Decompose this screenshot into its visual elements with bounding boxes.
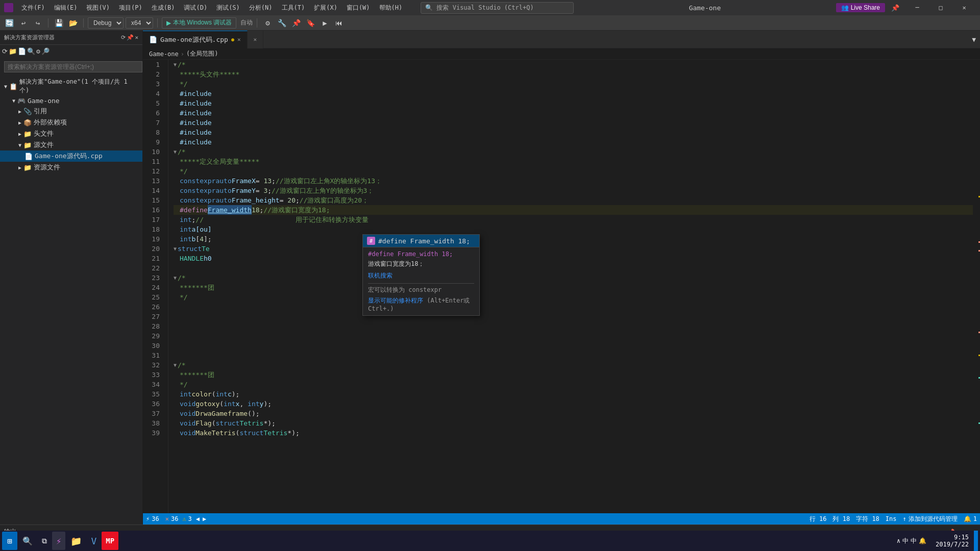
menu-build[interactable]: 生成(B) bbox=[148, 3, 179, 13]
fold-icon-1[interactable]: ▼ bbox=[174, 60, 177, 69]
new-project-btn[interactable]: 🔄 bbox=[3, 17, 15, 29]
tooltip-link[interactable]: 联机搜索 bbox=[368, 271, 474, 280]
tooltip-hint2[interactable]: 显示可能的修补程序 (Alt+Enter或Ctrl+.) bbox=[368, 296, 474, 312]
status-branch[interactable]: ⚡36 bbox=[143, 513, 162, 524]
autocomplete-item-0[interactable]: # #define Frame_width 18; bbox=[363, 235, 479, 247]
code-content[interactable]: ▼/******头文件******/#include#include#inclu… bbox=[168, 60, 973, 513]
title-search-box[interactable]: 🔍 搜索 Visual Studio (Ctrl+Q) bbox=[421, 2, 574, 14]
menu-view[interactable]: 视图(V) bbox=[82, 3, 114, 13]
sidebar-tool1[interactable]: ⟳ bbox=[2, 47, 8, 55]
taskbar-taskview[interactable]: ⧉ bbox=[38, 532, 51, 550]
sidebar-tool5[interactable]: ⚙ bbox=[36, 47, 40, 55]
sidebar-close-btn[interactable]: ✕ bbox=[135, 34, 138, 41]
toolbar-extra2[interactable]: 🔧 bbox=[276, 17, 288, 29]
line-num-32: 32 bbox=[143, 360, 164, 370]
toolbar-extra6[interactable]: ⏮ bbox=[333, 17, 345, 29]
taskbar-clock[interactable]: 9:15 2019/7/22 bbox=[932, 534, 973, 548]
taskbar-explorer[interactable]: 📁 bbox=[66, 532, 86, 550]
taskbar-search[interactable]: 🔍 bbox=[18, 532, 37, 550]
menu-bar[interactable]: 文件(F) 编辑(E) 视图(V) 项目(P) 生成(B) 调试(D) 测试(S… bbox=[17, 3, 406, 13]
toolbar-extra4[interactable]: 🔖 bbox=[304, 17, 316, 29]
tab-label: Game-one源代码.cpp bbox=[160, 35, 228, 44]
code-editor[interactable]: 1234567891011121314151617181920212223242… bbox=[143, 60, 980, 513]
sidebar-pin-btn[interactable]: 📌 bbox=[127, 34, 134, 41]
systray-arrow[interactable]: ∧ bbox=[897, 537, 900, 544]
sidebar-sync-btn[interactable]: ⟳ bbox=[121, 34, 126, 41]
tree-headers[interactable]: ▶ 📁 头文件 bbox=[0, 128, 142, 139]
tab-bar: 📄 Game-one源代码.cpp ● ✕ ✕ ▼ bbox=[143, 31, 980, 48]
live-share-button[interactable]: 👥 Live Share bbox=[836, 3, 885, 12]
status-row[interactable]: 行 16 bbox=[806, 513, 830, 524]
run-button[interactable]: ▶ 本地 Windows 调试器 bbox=[162, 17, 236, 29]
status-add-to-git[interactable]: ↑ 添加到源代码管理 bbox=[900, 513, 961, 524]
taskbar-vs[interactable]: ⚡ bbox=[52, 532, 66, 550]
sidebar-tool2[interactable]: 📁 bbox=[9, 47, 17, 55]
minimize-button[interactable]: ─ bbox=[905, 0, 929, 15]
main-toolbar: 🔄 ↩ ↪ 💾 📂 Debug x64 ▶ 本地 Windows 调试器 自动 … bbox=[0, 15, 980, 31]
menu-extensions[interactable]: 扩展(X) bbox=[310, 3, 341, 13]
tab2-close-btn[interactable]: ✕ bbox=[254, 36, 257, 43]
menu-analyze[interactable]: 分析(N) bbox=[245, 3, 277, 13]
tree-source-files[interactable]: ▼ 📁 源文件 bbox=[0, 139, 142, 151]
status-ins[interactable]: Ins bbox=[883, 513, 900, 524]
tree-project[interactable]: ▼ 🎮 Game-one bbox=[0, 96, 142, 106]
menu-debug[interactable]: 调试(D) bbox=[180, 3, 211, 13]
save-btn[interactable]: 💾 bbox=[53, 17, 65, 29]
tab-main-file[interactable]: 📄 Game-one源代码.cpp ● ✕ bbox=[143, 31, 248, 48]
undo-btn[interactable]: ↩ bbox=[17, 17, 30, 29]
editor-scrollbar[interactable] bbox=[973, 60, 980, 513]
fold-icon-20[interactable]: ▼ bbox=[174, 244, 177, 254]
headers-label: 头文件 bbox=[34, 129, 54, 138]
tree-external-deps[interactable]: ▶ 📦 外部依赖项 bbox=[0, 117, 142, 128]
status-char[interactable]: 字符 18 bbox=[853, 513, 883, 524]
toolbar-extra5[interactable]: ▶ bbox=[318, 17, 331, 29]
tree-references[interactable]: ▶ 📎 引用 bbox=[0, 106, 142, 117]
menu-tools[interactable]: 工具(T) bbox=[278, 3, 309, 13]
platform-select[interactable]: x64 bbox=[126, 17, 153, 29]
sidebar-search-input[interactable] bbox=[4, 61, 142, 72]
systray-notif-icon[interactable]: 🔔 bbox=[919, 537, 926, 544]
redo-btn[interactable]: ↪ bbox=[32, 17, 44, 29]
tab-close-btn[interactable]: ✕ bbox=[237, 36, 241, 43]
sidebar-tool4[interactable]: 🔍 bbox=[27, 47, 35, 55]
menu-file[interactable]: 文件(F) bbox=[17, 3, 49, 13]
tab-empty[interactable]: ✕ bbox=[248, 31, 264, 48]
close-button[interactable]: ✕ bbox=[952, 0, 976, 15]
menu-test[interactable]: 测试(S) bbox=[212, 3, 244, 13]
sidebar-tool6[interactable]: 🔎 bbox=[41, 47, 50, 55]
code-line-3: */ bbox=[174, 79, 973, 89]
action-center-btn[interactable] bbox=[974, 531, 978, 551]
systray-lang[interactable]: 中 bbox=[911, 537, 917, 545]
toolbar-extra3[interactable]: 📌 bbox=[290, 17, 302, 29]
menu-help[interactable]: 帮助(H) bbox=[375, 3, 407, 13]
menu-window[interactable]: 窗口(W) bbox=[342, 3, 374, 13]
code-line-38: void Flag(struct Tetris*); bbox=[174, 418, 973, 428]
tree-solution[interactable]: ▼ 📋 解决方案"Game-one"(1 个项目/共 1 个) bbox=[0, 77, 142, 96]
tooltip-code: #define Frame_width 18; bbox=[368, 251, 474, 258]
status-errors[interactable]: ✕36 ⚠3 ◀ ▶ bbox=[162, 513, 210, 524]
tab-overflow-btn[interactable]: ▼ bbox=[968, 36, 980, 43]
taskbar-start[interactable]: ⊞ bbox=[2, 532, 17, 550]
fold-icon-32[interactable]: ▼ bbox=[174, 360, 177, 370]
autocomplete-icon-0: # bbox=[367, 237, 375, 245]
toolbar-extra1[interactable]: ⚙ bbox=[261, 17, 274, 29]
tree-cpp-file[interactable]: 📄 Game-one源代码.cpp bbox=[0, 151, 142, 162]
debug-mode-select[interactable]: Debug bbox=[88, 17, 124, 29]
status-col[interactable]: 列 18 bbox=[829, 513, 853, 524]
taskbar-vs2[interactable]: V bbox=[87, 532, 101, 550]
code-line-10: ▼/* bbox=[174, 147, 973, 157]
systray-input-method[interactable]: 中 bbox=[902, 537, 909, 545]
fold-icon-10[interactable]: ▼ bbox=[174, 147, 177, 157]
open-btn[interactable]: 📂 bbox=[67, 17, 79, 29]
sidebar-tool3[interactable]: 📄 bbox=[18, 47, 26, 55]
taskbar-mp[interactable]: MP bbox=[102, 532, 118, 550]
pin-button[interactable]: 📌 bbox=[889, 4, 901, 12]
tree-resources[interactable]: ▶ 📁 资源文件 bbox=[0, 162, 142, 173]
maximize-button[interactable]: □ bbox=[929, 0, 952, 15]
menu-project[interactable]: 项目(P) bbox=[115, 3, 146, 13]
fold-icon-23[interactable]: ▼ bbox=[174, 273, 177, 283]
autocomplete-popup: # #define Frame_width 18; #define Frame_… bbox=[362, 234, 480, 316]
code-line-7: #include bbox=[174, 118, 973, 128]
status-notif[interactable]: 🔔1 bbox=[961, 513, 980, 524]
menu-edit[interactable]: 编辑(E) bbox=[50, 3, 82, 13]
